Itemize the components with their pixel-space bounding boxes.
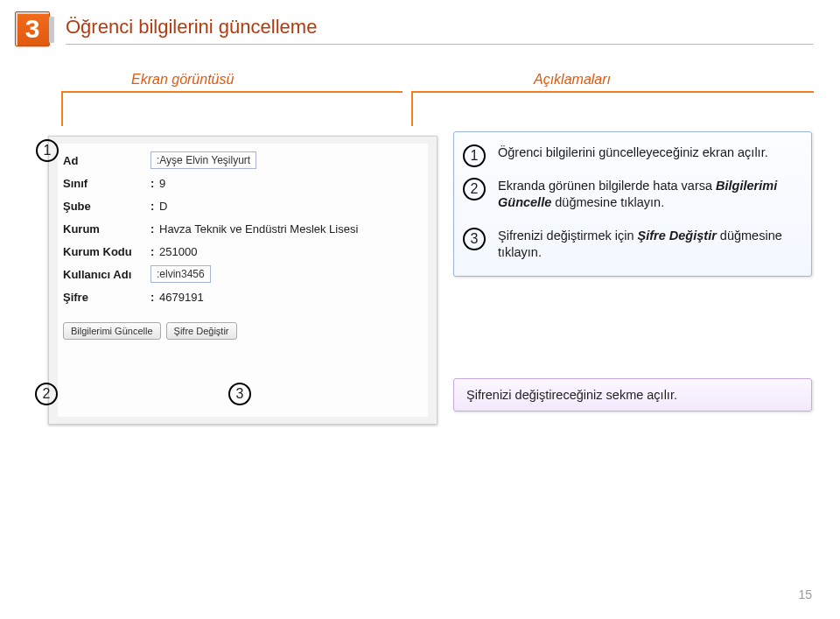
sube-label: Şube [63,200,150,213]
page-root: 3 Öğrenci bilgilerini güncelleme Ekran g… [0,0,840,619]
field-ad: Ad :Ayşe Elvin Yeşilyurt [63,149,423,172]
field-kurum-kodu: Kurum Kodu : 251000 [63,240,423,263]
sinif-value: 9 [159,177,165,190]
kurum-kodu-value: 251000 [159,245,197,258]
description-item-1: 1 Öğrenci bilgilerini güncelleyeceğiniz … [498,144,799,162]
divider-left [61,91,402,126]
sinif-label: Sınıf [63,177,150,190]
page-number: 15 [798,587,812,601]
field-kurum: Kurum : Havza Teknik ve Endüstri Meslek … [63,217,423,240]
description-text-2a: Ekranda görünen bilgilerde hata varsa [498,179,716,193]
ad-value-box: :Ayşe Elvin Yeşilyurt [150,151,256,169]
description-em-3: Şifre Değiştir [638,229,717,243]
field-sube: Şube : D [63,194,423,217]
screenshot-panel: Ad :Ayşe Elvin Yeşilyurt Sınıf : 9 Şube … [48,136,438,425]
field-kullanici: Kullanıcı Adı :elvin3456 [63,263,423,285]
note-text: Şifrenizi değiştireceğiniz sekme açılır. [466,388,677,402]
change-password-button[interactable]: Şifre Değiştir [166,322,237,340]
kurum-value: Havza Teknik ve Endüstri Meslek Lisesi [159,222,358,236]
note-panel: Şifrenizi değiştireceğiniz sekme açılır. [453,378,812,411]
kurum-label: Kurum [63,222,150,236]
description-marker-1: 1 [463,144,486,167]
kullanici-label: Kullanıcı Adı [63,268,150,281]
sifre-label: Şifre [63,291,150,304]
screenshot-marker-2: 2 [35,383,58,405]
ad-label: Ad [63,154,150,167]
kullanici-value-box: :elvin3456 [150,265,211,283]
field-sinif: Sınıf : 9 [63,172,423,194]
update-info-button[interactable]: Bilgilerimi Güncelle [63,322,161,340]
description-marker-3: 3 [463,228,486,250]
description-marker-2: 2 [463,178,486,200]
divider-right [411,91,814,126]
screenshot-marker-3: 3 [228,383,251,405]
description-item-2: 2 Ekranda görünen bilgilerde hata varsa … [498,178,799,212]
description-text-3a: Şifrenizi değiştirmek için [498,229,638,243]
step-number-badge: 3 [15,11,50,46]
description-panel: 1 Öğrenci bilgilerini güncelleyeceğiniz … [453,131,812,277]
field-sifre: Şifre : 4679191 [63,285,423,308]
sifre-value: 4679191 [159,291,204,304]
page-title: Öğrenci bilgilerini güncelleme [66,16,814,39]
screenshot-marker-1: 1 [36,139,59,162]
description-column-label: Açıklamaları [534,72,611,88]
kurum-kodu-label: Kurum Kodu [63,245,150,258]
description-text-1: Öğrenci bilgilerini güncelleyeceğiniz ek… [498,145,768,159]
sube-value: D [159,200,167,213]
description-text-2b: düğmesine tıklayın. [551,195,664,209]
screenshot-column-label: Ekran görüntüsü [131,72,234,88]
description-item-3: 3 Şifrenizi değiştirmek için Şifre Değiş… [498,228,799,262]
